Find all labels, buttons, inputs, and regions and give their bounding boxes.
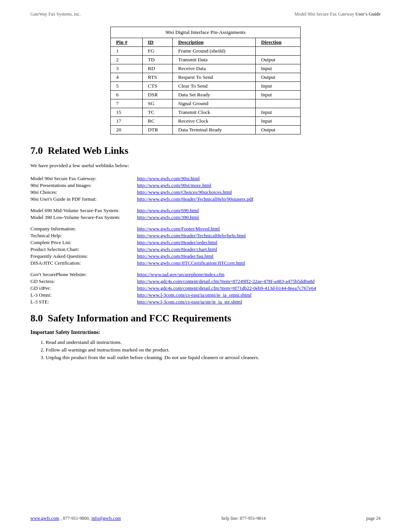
header-title: Model 90si Secure Fax Gateway User's Gui… <box>295 11 381 17</box>
link-label: L-3 Omni: <box>30 292 137 298</box>
links-section: Model 90si Secure Fax Gateway:http://www… <box>30 176 381 305</box>
link-label: 90si Choices: <box>30 189 137 195</box>
link-group: Model 690 Mid-Volume Secure-Fax System:h… <box>30 208 381 220</box>
link-url[interactable]: http://www.gdc4s.com/content/detail.cfm?… <box>137 285 316 291</box>
table-row: 5CTSClear To SendInput <box>111 82 301 91</box>
link-label: Complete Price List: <box>30 240 137 246</box>
link-row: Gov't SecurePhone Website:https://www.ia… <box>30 272 381 278</box>
table-cell: Input <box>256 82 301 91</box>
table-header-row: Pin # ID Description Direction <box>111 38 301 47</box>
link-label: Gov't SecurePhone Website: <box>30 272 137 278</box>
link-row: DISA/JITC Certification:http://www.gwfs.… <box>30 260 381 266</box>
link-row: Model 390 Low-Volume Secure-Fax System:h… <box>30 214 381 220</box>
table-row: 4RTSRequest To SendOutput <box>111 73 301 82</box>
table-cell: Input <box>256 64 301 73</box>
link-url[interactable]: http://www.gwfs.com/JITCCertification/JI… <box>137 260 245 266</box>
table-cell: Transmit Clock <box>173 108 256 117</box>
link-group: Gov't SecurePhone Website:https://www.ia… <box>30 272 381 305</box>
link-label: GD Sectera: <box>30 278 137 284</box>
link-url[interactable]: http://www.gwfs.com/Choices/90sichoices.… <box>137 189 232 195</box>
link-url[interactable]: http://www.gdc4s.com/content/detail.cfm?… <box>137 278 315 284</box>
col-id: ID <box>142 38 173 47</box>
link-label: Product Selection Chart: <box>30 246 137 252</box>
link-label: 90si Presentations and Images: <box>30 182 137 189</box>
table-cell: 3 <box>111 64 143 73</box>
col-pin: Pin # <box>111 38 143 47</box>
table-cell: Output <box>256 126 301 134</box>
link-url[interactable]: http://www.gwfs.com/390.html <box>137 214 199 220</box>
table-cell: Transmit Data <box>173 56 256 64</box>
table-row: 2TDTransmit DataOutput <box>111 56 301 64</box>
table-cell: RD <box>142 64 173 73</box>
table-cell: 5 <box>111 82 143 91</box>
link-url[interactable]: https://www.iad.gov/securephone/index.cf… <box>137 272 225 278</box>
link-row: 90si User's Guide in PDF format:http://w… <box>30 196 381 202</box>
link-label: Model 90si Secure Fax Gateway: <box>30 176 137 182</box>
table-cell: 17 <box>111 117 143 126</box>
table-cell: Frame Ground (sheild) <box>173 47 256 56</box>
table-cell: Clear To Send <box>173 82 256 91</box>
table-cell: CTS <box>142 82 173 91</box>
table-cell: RC <box>142 117 173 126</box>
table-cell <box>256 47 301 56</box>
table-cell: TD <box>142 56 173 64</box>
link-label: Model 690 Mid-Volume Secure-Fax System: <box>30 208 137 214</box>
table-cell: Receive Data <box>173 64 256 73</box>
link-url[interactable]: http://www.gwfs.com/Header/TechnicalHelp… <box>137 233 246 239</box>
table-cell: 15 <box>111 108 143 117</box>
link-url[interactable]: http://www.l-3com.com/cs-east/ia/omni/ie… <box>137 292 252 298</box>
link-url[interactable]: http://www.l-3com.com/cs-east/ia/ste/ie_… <box>137 299 242 305</box>
table-cell: Input <box>256 108 301 117</box>
footer-email-link[interactable]: info@gwfs.com <box>91 516 121 521</box>
link-row: 90si Choices:http://www.gwfs.com/Choices… <box>30 189 381 195</box>
footer-website-link[interactable]: www.gwfs.com <box>30 516 59 521</box>
table-row: 3RDReceive DataInput <box>111 64 301 73</box>
table-row: 1FGFrame Ground (sheild) <box>111 47 301 56</box>
table-row: 20DTRData Terminal ReadyOutput <box>111 126 301 134</box>
pin-table-container: 90si Digital Interface Pin-Assignments P… <box>30 27 381 134</box>
safety-list-item: Follow all warnings and instructions mar… <box>46 347 381 353</box>
table-cell: Input <box>256 91 301 99</box>
table-cell: TC <box>142 108 173 117</box>
table-cell: Signal Ground <box>173 99 256 108</box>
table-row: 17RCReceive ClockInput <box>111 117 301 126</box>
table-caption: 90si Digital Interface Pin-Assignments <box>110 27 301 38</box>
table-row: 7SGSignal Ground <box>111 99 301 108</box>
link-label: DISA/JITC Certification: <box>30 260 137 266</box>
table-cell: 20 <box>111 126 143 134</box>
table-cell: Receive Clock <box>173 117 256 126</box>
table-cell: 6 <box>111 91 143 99</box>
footer-phone: , 877-951-9800, <box>61 516 90 521</box>
pin-assignments-table: 90si Digital Interface Pin-Assignments P… <box>110 27 301 134</box>
link-group: Company Information:http://www.gwfs.com/… <box>30 226 381 266</box>
link-url[interactable]: http://www.gwfs.com/90si.html <box>137 176 200 182</box>
table-cell: DSR <box>142 91 173 99</box>
table-cell: RTS <box>142 73 173 82</box>
link-row: Complete Price List:http://www.gwfs.com/… <box>30 240 381 246</box>
table-cell: Data Set Ready <box>173 91 256 99</box>
safety-list-item: Read and understand all instructions. <box>46 339 381 345</box>
page-footer: www.gwfs.com , 877-951-9800, info@gwfs.c… <box>30 516 381 521</box>
table-cell: 1 <box>111 47 143 56</box>
link-label: Technical Help: <box>30 233 137 239</box>
link-url[interactable]: http://www.gwfs.com/Header/chart.html <box>137 246 217 252</box>
link-url[interactable]: http://www.gwfs.com/90si/more.html <box>137 182 211 189</box>
section8-heading: 8.0 Safety Information and FCC Requireme… <box>30 313 381 324</box>
page-header: GateWay Fax Systems, inc. Model 90si Sec… <box>30 11 381 19</box>
link-label: Company Information: <box>30 226 137 232</box>
header-company: GateWay Fax Systems, inc. <box>30 11 81 17</box>
link-url[interactable]: http://www.gwfs.com/690.html <box>137 208 199 214</box>
link-url[interactable]: http://www.gwfs.com/Header/faq.html <box>137 253 213 259</box>
link-row: Company Information:http://www.gwfs.com/… <box>30 226 381 232</box>
link-row: Model 90si Secure Fax Gateway:http://www… <box>30 176 381 182</box>
link-url[interactable]: http://www.gwfs.com/Footer/Moved.html <box>137 226 220 232</box>
safety-list-item: Unplug this product from the wall outlet… <box>46 355 381 361</box>
link-url[interactable]: http://www.gwfs.com/Header/TechnicalHelp… <box>137 196 253 202</box>
link-row: Model 690 Mid-Volume Secure-Fax System:h… <box>30 208 381 214</box>
footer-left: www.gwfs.com , 877-951-9800, info@gwfs.c… <box>30 516 121 521</box>
link-row: Frequently Asked Questions:http://www.gw… <box>30 253 381 259</box>
link-label: Model 390 Low-Volume Secure-Fax System: <box>30 214 137 220</box>
link-row: 90si Presentations and Images:http://www… <box>30 182 381 189</box>
table-row: 15TCTransmit ClockInput <box>111 108 301 117</box>
link-url[interactable]: http://www.gwfs.com/Header/order.html <box>137 240 217 246</box>
